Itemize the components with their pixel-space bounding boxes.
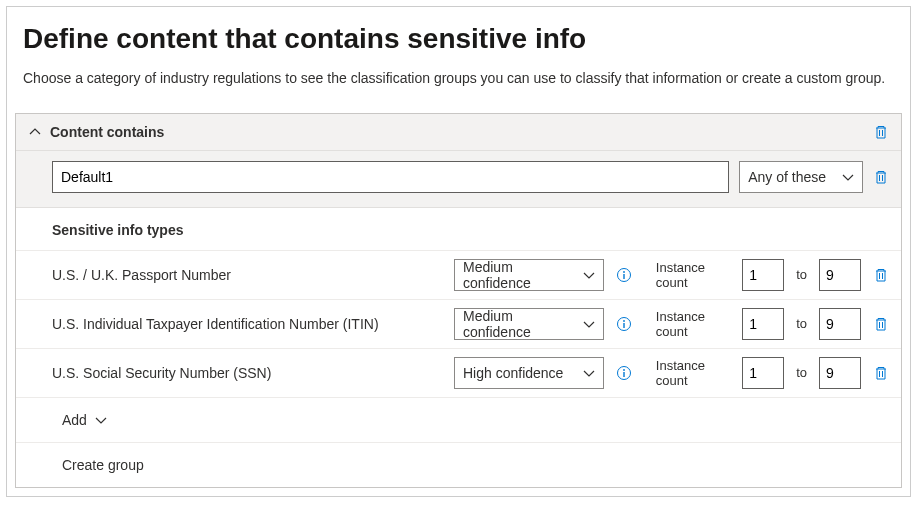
instance-max-input[interactable] [819,357,861,389]
info-icon[interactable] [616,365,632,381]
create-group-button[interactable]: Create group [16,442,901,487]
add-button[interactable]: Add [16,397,901,442]
group-name-input[interactable] [52,161,729,193]
chevron-down-icon [95,414,107,426]
sensitive-type-row: U.S. Social Security Number (SSN) High c… [16,348,901,397]
confidence-value: High confidence [463,365,563,381]
page-title: Define content that contains sensitive i… [23,23,894,55]
sensitive-type-row: U.S. / U.K. Passport Number Medium confi… [16,250,901,299]
create-group-label: Create group [62,457,144,473]
instance-max-input[interactable] [819,308,861,340]
delete-row-icon[interactable] [873,365,889,381]
to-label: to [796,316,807,331]
delete-group-icon[interactable] [873,169,889,185]
page-container: Define content that contains sensitive i… [6,6,911,497]
delete-row-icon[interactable] [873,267,889,283]
chevron-down-icon [842,171,854,183]
svg-rect-2 [623,274,624,279]
page-header: Define content that contains sensitive i… [7,7,910,101]
panel-header[interactable]: Content contains [16,114,901,151]
instance-count-label: Instance count [656,358,730,388]
confidence-dropdown[interactable]: High confidence [454,357,604,389]
group-name-row: Any of these [16,151,901,208]
instance-max-input[interactable] [819,259,861,291]
delete-panel-icon[interactable] [873,124,889,140]
svg-point-7 [623,369,625,371]
svg-point-1 [623,271,625,273]
sensitive-type-name: U.S. Social Security Number (SSN) [52,365,442,381]
instance-min-input[interactable] [742,308,784,340]
sensitive-type-row: U.S. Individual Taxpayer Identification … [16,299,901,348]
match-mode-dropdown[interactable]: Any of these [739,161,863,193]
confidence-dropdown[interactable]: Medium confidence [454,308,604,340]
panel-title: Content contains [50,124,164,140]
chevron-down-icon [583,269,595,281]
chevron-down-icon [583,318,595,330]
page-subtitle: Choose a category of industry regulation… [23,69,894,89]
instance-count-label: Instance count [656,309,730,339]
confidence-value: Medium confidence [463,259,573,291]
confidence-value: Medium confidence [463,308,573,340]
sensitive-type-name: U.S. / U.K. Passport Number [52,267,442,283]
chevron-down-icon [583,367,595,379]
delete-row-icon[interactable] [873,316,889,332]
sensitive-info-types-heading: Sensitive info types [16,208,901,250]
to-label: to [796,365,807,380]
svg-rect-5 [623,323,624,328]
svg-rect-8 [623,372,624,377]
confidence-dropdown[interactable]: Medium confidence [454,259,604,291]
chevron-up-icon [28,125,42,139]
info-icon[interactable] [616,316,632,332]
instance-min-input[interactable] [742,259,784,291]
svg-point-4 [623,320,625,322]
instance-count-label: Instance count [656,260,730,290]
content-contains-panel: Content contains Any of these Sensitive … [15,113,902,488]
match-mode-value: Any of these [748,169,826,185]
add-label: Add [62,412,87,428]
to-label: to [796,267,807,282]
info-icon[interactable] [616,267,632,283]
instance-min-input[interactable] [742,357,784,389]
sensitive-type-name: U.S. Individual Taxpayer Identification … [52,316,442,332]
